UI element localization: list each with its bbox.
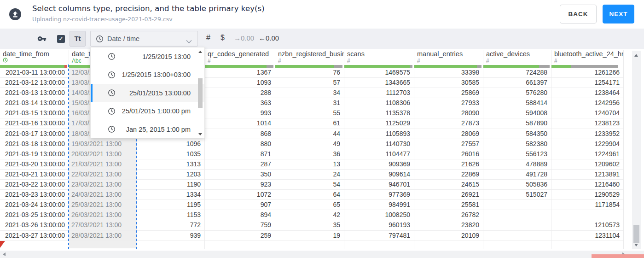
column-header[interactable]: date_time_from — [0, 50, 69, 58]
table-cell[interactable]: 2021-03-19 13:00:00 — [0, 149, 69, 159]
table-cell[interactable]: 31 — [275, 98, 344, 108]
table-cell[interactable]: 287 — [205, 159, 275, 170]
table-cell[interactable]: 19 — [275, 231, 344, 241]
table-cell[interactable]: 1367 — [205, 68, 275, 78]
table-cell[interactable]: 1195 — [137, 200, 204, 210]
next-button[interactable]: NEXT — [603, 5, 634, 23]
table-cell[interactable]: 1240704 — [551, 108, 623, 118]
table-cell[interactable]: 868 — [205, 129, 275, 139]
table-cell[interactable]: 35 — [275, 220, 344, 230]
table-cell[interactable]: 42 — [275, 210, 344, 220]
table-cell[interactable]: 1231104 — [551, 231, 623, 241]
table-cell[interactable]: 1229904 — [551, 139, 623, 149]
table-cell[interactable]: 25869 — [414, 88, 483, 98]
table-cell[interactable]: 2021-03-16 13:00:00 — [0, 118, 69, 129]
table-cell[interactable]: 19/03/2021 13:00 — [69, 139, 137, 149]
table-cell[interactable]: 65 — [275, 200, 344, 210]
table-cell[interactable]: 1213891 — [551, 170, 623, 180]
table-cell[interactable]: 909369 — [344, 159, 414, 170]
table-cell[interactable]: 28/03/2021 13:00 — [69, 231, 137, 241]
scroll-left-arrow-icon[interactable] — [3, 252, 6, 256]
include-column-checkbox[interactable]: ✓ — [57, 35, 65, 43]
table-cell[interactable]: 1125029 — [344, 118, 414, 129]
table-cell[interactable]: 1104477 — [344, 149, 414, 159]
decimal-left-button[interactable]: ←0.00 — [259, 34, 279, 42]
table-cell[interactable]: 894 — [205, 210, 275, 220]
table-cell[interactable]: 22/03/2021 13:00 — [69, 170, 137, 180]
table-cell[interactable]: 2021-03-17 13:00:00 — [0, 129, 69, 139]
table-cell[interactable]: 20/03/2021 13:00 — [69, 149, 137, 159]
table-cell[interactable]: 993 — [205, 108, 275, 118]
date-format-option[interactable]: Jan 25, 2015 1:00 pm — [91, 120, 204, 139]
table-cell[interactable]: 23/03/2021 13:00 — [69, 180, 137, 190]
table-cell[interactable]: 1343665 — [344, 78, 414, 88]
table-cell[interactable]: 24615 — [414, 180, 483, 190]
table-cell[interactable]: 1108306 — [344, 98, 414, 108]
table-cell[interactable]: 1334 — [137, 190, 204, 200]
table-cell[interactable]: 28090 — [414, 108, 483, 118]
vertical-scroll-thumb[interactable] — [633, 225, 639, 243]
table-cell[interactable] — [483, 231, 551, 241]
vertical-scrollbar[interactable] — [632, 51, 641, 249]
primary-key-icon[interactable] — [37, 34, 47, 43]
table-cell[interactable]: 33398 — [414, 68, 483, 78]
table-cell[interactable]: 661397 — [483, 78, 551, 88]
table-cell[interactable]: 1209602 — [551, 159, 623, 170]
table-cell[interactable]: 23820 — [414, 220, 483, 230]
table-cell[interactable]: 13 — [275, 159, 344, 170]
table-cell[interactable]: 27933 — [414, 98, 483, 108]
table-cell[interactable]: 1135378 — [344, 108, 414, 118]
table-cell[interactable]: 2021-03-25 13:00:00 — [0, 210, 69, 220]
table-cell[interactable]: 2021-03-13 13:00:00 — [0, 88, 69, 98]
table-cell[interactable]: 350 — [205, 170, 275, 180]
table-cell[interactable]: 27/03/2021 13:00 — [69, 220, 137, 230]
table-cell[interactable]: 44 — [275, 129, 344, 139]
table-cell[interactable]: 1469575 — [344, 68, 414, 78]
scroll-up-arrow-icon[interactable] — [198, 51, 202, 53]
table-cell[interactable]: 2021-03-22 13:00:00 — [0, 180, 69, 190]
dropdown-scrollbar[interactable] — [197, 48, 204, 138]
table-cell[interactable]: 1216460 — [551, 180, 623, 190]
table-cell[interactable]: 2021-03-18 13:00:00 — [0, 139, 69, 149]
table-cell[interactable]: 2021-03-20 13:00:00 — [0, 159, 69, 170]
table-cell[interactable]: 2021-03-12 13:00:00 — [0, 78, 69, 88]
table-cell[interactable]: 24/03/2021 13:00 — [69, 190, 137, 200]
table-cell[interactable]: 1105893 — [344, 129, 414, 139]
table-cell[interactable]: 2021-03-21 13:00:00 — [0, 170, 69, 180]
decimal-right-button[interactable]: →0.00 — [234, 34, 254, 42]
table-cell[interactable]: 26/03/2021 13:00 — [69, 210, 137, 220]
table-cell[interactable]: 1093 — [205, 78, 275, 88]
table-cell[interactable]: 977369 — [344, 190, 414, 200]
table-cell[interactable]: 64 — [275, 190, 344, 200]
table-cell[interactable]: 2021-03-26 13:00:00 — [0, 220, 69, 230]
table-cell[interactable]: 21626 — [414, 159, 483, 170]
dropdown-scroll-thumb[interactable] — [198, 78, 203, 108]
table-cell[interactable]: 2021-03-24 13:00:00 — [0, 200, 69, 210]
table-cell[interactable]: 27557 — [414, 139, 483, 149]
table-cell[interactable]: 1233952 — [551, 129, 623, 139]
table-cell[interactable]: 259 — [205, 231, 275, 241]
table-cell[interactable]: 491728 — [483, 170, 551, 180]
table-cell[interactable]: 2021-03-23 13:00:00 — [0, 190, 69, 200]
date-format-option[interactable]: 1/25/2015 13:00 — [91, 47, 204, 66]
date-format-option[interactable]: 25/01/2015 1:00:00 pm — [91, 102, 204, 121]
back-button[interactable]: BACK — [560, 5, 597, 23]
table-cell[interactable]: 576280 — [483, 88, 551, 98]
table-cell[interactable] — [551, 210, 623, 220]
table-cell[interactable]: 26016 — [414, 149, 483, 159]
table-cell[interactable]: 1112703 — [344, 88, 414, 98]
table-cell[interactable]: 871 — [205, 149, 275, 159]
column-header[interactable]: manual_entries — [414, 50, 483, 58]
table-cell[interactable]: 505836 — [483, 180, 551, 190]
table-cell[interactable]: 54 — [275, 180, 344, 190]
column-header[interactable]: nzbn_registered_busine — [275, 50, 344, 58]
table-cell[interactable]: 1203 — [137, 170, 204, 180]
table-cell[interactable]: 76 — [275, 68, 344, 78]
table-cell[interactable]: 1153 — [137, 210, 204, 220]
table-cell[interactable]: 797481 — [344, 231, 414, 241]
table-cell[interactable]: 1140730 — [344, 139, 414, 149]
table-cell[interactable]: 1210573 — [551, 220, 623, 230]
table-cell[interactable]: 984991 — [344, 200, 414, 210]
table-cell[interactable]: 588414 — [483, 98, 551, 108]
table-cell[interactable]: 24 — [275, 170, 344, 180]
